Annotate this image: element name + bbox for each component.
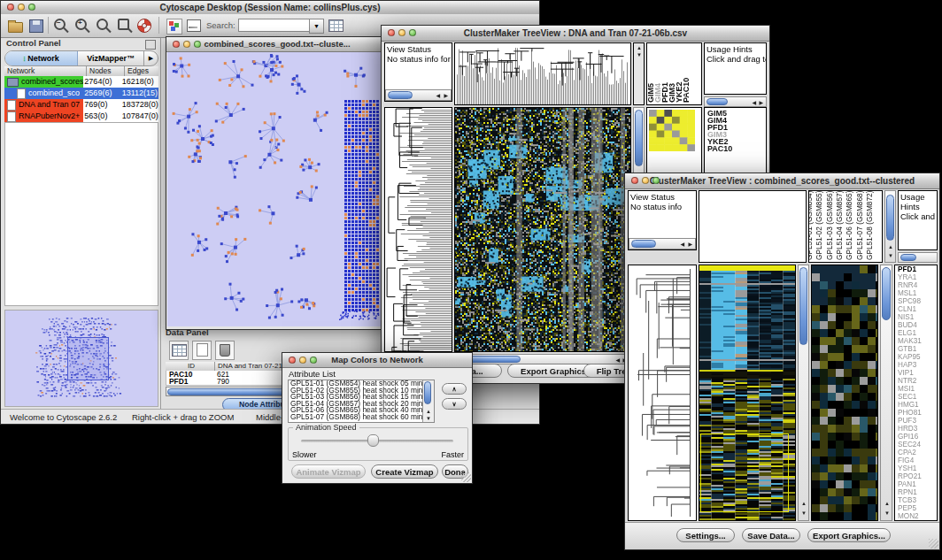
resize-grip[interactable] <box>461 472 471 482</box>
tab-network[interactable]: ⁝ Network <box>5 51 78 65</box>
column-label[interactable]: GPL51-04 (GSM857) <box>835 191 844 260</box>
attribute-item[interactable]: GPL51-07 (GSM868) heat shock 60 min <box>289 414 434 421</box>
column-label[interactable]: PAC10 <box>682 78 691 103</box>
column-label[interactable]: GPL51-03 (GSM856) <box>825 191 834 260</box>
minimize-icon[interactable] <box>398 29 405 36</box>
tab-vizmapper[interactable]: VizMapper™ <box>78 51 143 65</box>
gene-label[interactable]: PFD1 <box>895 265 937 273</box>
gene-label[interactable]: MAK31 <box>895 337 937 345</box>
treeview2-column-scrollbar[interactable]: ▲ ▼ <box>884 190 896 263</box>
resize-grip[interactable] <box>929 539 938 548</box>
gene-label[interactable]: YRA1 <box>895 273 937 281</box>
gene-label[interactable]: RPO21 <box>895 472 937 480</box>
save-icon[interactable] <box>27 17 45 35</box>
treeview2-zoom-heatmap[interactable] <box>811 265 878 521</box>
gene-label[interactable]: NIS1 <box>895 313 937 321</box>
zoom-out-icon[interactable]: − <box>52 17 70 35</box>
treeview2-titlebar[interactable]: ClusterMaker TreeView : combined_scores_… <box>625 173 939 189</box>
create-vizmap-button[interactable]: Create Vizmap <box>371 464 438 479</box>
row-label[interactable]: PAC10 <box>705 145 766 152</box>
treeview2-heatmap-vscrollbar[interactable]: ▲ ▼ <box>798 265 809 521</box>
move-down-button[interactable]: ∨ <box>442 398 467 410</box>
scroll-left-icon[interactable]: ◀ <box>436 93 440 98</box>
treeview2-row-dendrogram[interactable] <box>628 265 697 521</box>
gene-label[interactable]: SPC98 <box>895 297 937 305</box>
gene-label[interactable]: HAP3 <box>895 361 937 369</box>
minimize-icon[interactable] <box>18 4 25 11</box>
export-graphics-button[interactable]: Export Graphics... <box>807 528 891 542</box>
treeview1-row-dendrogram[interactable] <box>384 107 452 352</box>
gene-label[interactable]: SEC1 <box>895 393 937 401</box>
gene-label[interactable]: PUF3 <box>895 417 937 425</box>
network-overview-canvas[interactable] <box>5 311 158 406</box>
attribute-list-scrollbar[interactable]: ▲ ▼ <box>422 380 434 422</box>
search-dropdown-icon[interactable]: ▼ <box>309 19 324 34</box>
float-panel-icon[interactable] <box>145 40 156 50</box>
gene-label[interactable]: YSH1 <box>895 464 937 472</box>
treeview2-column-area[interactable] <box>699 190 807 263</box>
treeview2-column-labels[interactable]: GPL51-01 (GSM854)GPL51-02 (GSM855)GPL51-… <box>808 190 883 263</box>
zoom-window-icon[interactable] <box>28 4 35 11</box>
zoom-window-icon[interactable] <box>652 177 660 184</box>
scroll-right-icon[interactable]: ▶ <box>444 93 448 98</box>
save-data-button[interactable]: Save Data... <box>742 528 800 542</box>
main-titlebar[interactable]: Cytoscape Desktop (Session Name: collins… <box>1 1 539 15</box>
column-label[interactable]: GPL51-06 (GSM865) <box>845 191 853 260</box>
gene-label[interactable]: MSL1 <box>895 289 937 297</box>
treeview1-titlebar[interactable]: ClusterMaker TreeView : DNA and Tran 07-… <box>382 26 769 42</box>
new-attribute-icon[interactable] <box>192 341 212 360</box>
gene-label[interactable]: SEC24 <box>895 441 937 449</box>
zoom-selected-icon[interactable] <box>116 17 134 35</box>
close-icon[interactable] <box>289 357 296 364</box>
gene-label[interactable]: CLN1 <box>895 305 937 313</box>
network-row[interactable]: DNA and Tran 07769(0)183728(0) <box>4 99 158 111</box>
treeview2-zoom-vscrollbar[interactable]: ▲ ▼ <box>880 265 892 521</box>
search-input[interactable] <box>238 19 313 32</box>
network-tree-empty-area[interactable] <box>4 122 158 306</box>
dialog-titlebar[interactable]: Map Colors to Network <box>282 353 472 368</box>
minimize-icon[interactable] <box>299 357 306 364</box>
close-icon[interactable] <box>388 29 395 36</box>
gene-label[interactable]: PAN1 <box>895 480 937 488</box>
minimize-icon[interactable] <box>183 41 190 48</box>
move-up-button[interactable]: ∧ <box>442 383 467 395</box>
zoom-fit-icon[interactable] <box>95 17 112 35</box>
gene-label[interactable]: CPA2 <box>895 449 937 456</box>
zoom-in-icon[interactable]: + <box>73 17 91 35</box>
treeview2-gene-labels[interactable]: PFD1YRA1RNR4MSL1SPC98CLN1NIS1BUD4ELG1MAK… <box>894 265 938 521</box>
view-status-hscrollbar[interactable]: ◀ ▶ <box>629 238 696 249</box>
column-label[interactable]: GPL51-08 (GSM872) <box>865 191 874 260</box>
gene-label[interactable]: NTR2 <box>895 377 937 385</box>
network-row[interactable]: combined_scores_g2764(0)16218(0) <box>4 76 158 88</box>
gene-label[interactable]: HMG1 <box>895 401 937 409</box>
column-label[interactable]: GPL51-07 (GSM868) <box>855 191 864 260</box>
gene-label[interactable]: RPN1 <box>895 488 937 496</box>
gene-label[interactable]: MSI1 <box>895 385 937 393</box>
gene-label[interactable]: VIP1 <box>895 369 937 377</box>
column-header[interactable]: Nodes <box>87 66 125 76</box>
view-status-hscrollbar[interactable]: ◀ ▶ <box>385 89 452 101</box>
usage-hints-hscrollbar[interactable] <box>898 252 938 263</box>
gene-label[interactable]: TCB3 <box>895 496 937 504</box>
gene-label[interactable]: ELG1 <box>895 329 937 337</box>
gene-label[interactable]: FIG4 <box>895 456 937 464</box>
attribute-list[interactable]: ▲ ▼ GPL51-01 (GSM854) heat shock 05 minG… <box>288 380 435 423</box>
column-label[interactable]: GPL51-01 (GSM854) <box>808 191 814 260</box>
close-icon[interactable] <box>173 41 180 48</box>
zoom-window-icon[interactable] <box>194 41 201 48</box>
gene-label[interactable]: RNR4 <box>895 281 937 289</box>
annotation-icon[interactable] <box>185 17 203 35</box>
gene-label[interactable]: HRD3 <box>895 425 937 433</box>
column-header[interactable]: Edges <box>125 66 158 76</box>
gene-label[interactable]: GPI16 <box>895 433 937 441</box>
attribute-select-icon[interactable] <box>169 341 189 360</box>
treeview1-column-labels[interactable]: GIM5GIM4PFD1GIM3YKE2PAC10 <box>646 42 702 105</box>
close-icon[interactable] <box>7 4 14 11</box>
gene-label[interactable]: MON2 <box>895 512 937 520</box>
gene-label[interactable]: GTB1 <box>895 345 937 353</box>
settings-button[interactable]: Settings... <box>676 528 735 542</box>
vizmapper-icon[interactable] <box>166 17 183 35</box>
tab-overflow-icon[interactable]: ▶ <box>143 51 158 65</box>
usage-hints-hscrollbar[interactable]: ◀ ▶ <box>704 96 767 107</box>
animate-vizmap-button[interactable]: Animate Vizmap <box>291 464 366 479</box>
